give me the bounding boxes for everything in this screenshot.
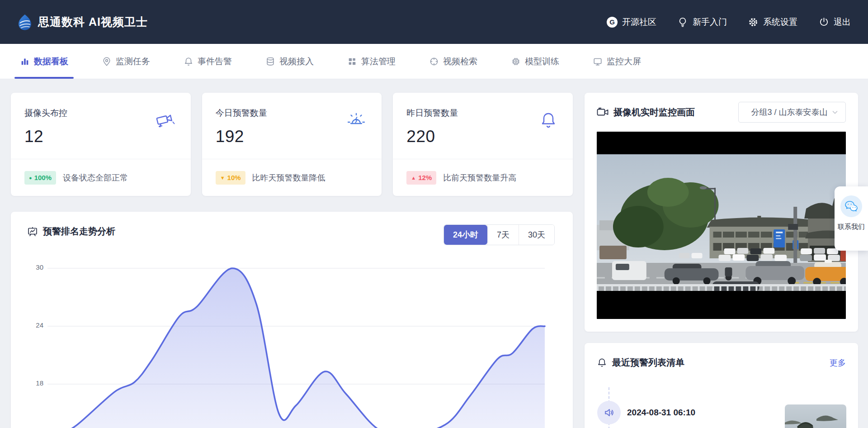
bell-icon [184, 57, 193, 67]
arrow-up-icon: ▲ [411, 175, 416, 181]
chevron-down-icon [831, 108, 839, 116]
stat-value: 192 [216, 127, 244, 146]
tab-monitor-tasks[interactable]: 监测任务 [102, 44, 150, 79]
wechat-icon [840, 195, 862, 217]
dot-icon: ● [29, 175, 32, 181]
grid-icon [347, 57, 357, 67]
stat-desc: 比昨天预警数量降低 [252, 172, 326, 183]
y-axis-tick: 18 [24, 379, 43, 387]
main-tabbar: 数据看板 监测任务 事件告警 视频接入 算 [0, 44, 868, 79]
top-navbar: 思通数科 AI视频卫士 G 开源社区 新手入门 系统设置 [0, 0, 868, 44]
stat-footer: ● 100% 设备状态全部正常 [24, 159, 182, 196]
stats-row: 摄像头布控 12 ● 100% 设备状态全部正常 今日预警数量 192 [11, 93, 573, 196]
stat-title: 摄像头布控 [24, 107, 67, 119]
nav-open-source-community[interactable]: G 开源社区 [607, 16, 656, 28]
stat-value: 220 [406, 127, 435, 146]
tab-monitor-wall[interactable]: 监控大屏 [593, 44, 641, 79]
app-title: 思通数科 AI视频卫士 [38, 14, 148, 29]
alert-thumbnail[interactable] [785, 404, 846, 428]
nav-beginner-guide[interactable]: 新手入门 [677, 16, 727, 28]
stat-desc: 比前天预警数量升高 [443, 172, 516, 183]
tab-model-training[interactable]: 模型训练 [511, 44, 559, 79]
range-segmented-control: 24小时 7天 30天 [443, 224, 555, 245]
gear-icon [748, 17, 759, 28]
status-badge: ● 100% [24, 171, 56, 185]
range-7d-button[interactable]: 7天 [487, 225, 519, 245]
location-pin-icon [102, 57, 112, 67]
arrow-down-icon: ▼ [220, 175, 225, 181]
alert-list-item[interactable]: 2024-08-31 06:10 [585, 401, 858, 428]
brand[interactable]: 思通数科 AI视频卫士 [18, 14, 148, 30]
y-axis-tick: 30 [24, 263, 43, 271]
contact-us-label: 联系我们 [837, 223, 866, 231]
trend-analysis-panel: 30 24 18 预警排名走势分析 24小时 7天 30天 [11, 212, 573, 428]
bulb-icon [677, 17, 688, 28]
nav-system-settings[interactable]: 系统设置 [748, 16, 797, 28]
power-icon [818, 17, 829, 28]
stat-card-cameras: 摄像头布控 12 ● 100% 设备状态全部正常 [11, 93, 191, 196]
nav-logout[interactable]: 退出 [818, 16, 851, 28]
range-24h-button[interactable]: 24小时 [444, 225, 487, 245]
live-video-player[interactable] [597, 132, 846, 319]
range-30d-button[interactable]: 30天 [519, 225, 554, 245]
stat-footer: ▲ 12% 比前天预警数量升高 [406, 159, 564, 196]
video-camera-icon [597, 107, 609, 117]
camera-panel-header: 摄像机实时监控画面 分组3 / 山东泰安泰山 [597, 93, 846, 132]
monitor-icon [593, 57, 603, 67]
bell-icon [539, 111, 557, 130]
alerts-panel-title: 最近预警列表清单 [597, 357, 684, 369]
stat-footer: ▼ 10% 比昨天预警数量降低 [216, 159, 373, 196]
trend-panel-title: 预警排名走势分析 [27, 225, 115, 238]
camera-panel-title: 摄像机实时监控画面 [597, 106, 695, 119]
alerts-panel-header: 最近预警列表清单 更多 [597, 357, 846, 369]
camera-group-select[interactable]: 分组3 / 山东泰安泰山 [738, 102, 846, 123]
stat-title: 今日预警数量 [216, 107, 267, 119]
contact-us-widget[interactable]: 联系我们 [835, 186, 868, 251]
video-camera-icon [155, 111, 175, 129]
speaker-icon [597, 401, 621, 424]
bell-icon [597, 357, 607, 368]
alert-timestamp: 2024-08-31 06:10 [627, 408, 695, 418]
camera-panel: 摄像机实时监控画面 分组3 / 山东泰安泰山 [585, 93, 858, 332]
tab-video-access[interactable]: 视频接入 [265, 44, 314, 79]
recent-alerts-panel: 最近预警列表清单 更多 2024-08-31 06:10 [585, 343, 858, 428]
stat-card-alerts-today: 今日预警数量 192 ▼ 10% 比昨天预警数量降低 [202, 93, 382, 196]
more-link[interactable]: 更多 [830, 357, 846, 368]
chip-icon [511, 57, 521, 67]
stat-desc: 设备状态全部正常 [63, 172, 128, 183]
tab-algorithm-mgmt[interactable]: 算法管理 [347, 44, 396, 79]
trend-up-badge: ▲ 12% [406, 171, 436, 185]
tab-dashboard[interactable]: 数据看板 [20, 44, 68, 79]
stat-card-alerts-yesterday: 昨日预警数量 220 ▲ 12% 比前天预警数量升高 [393, 93, 573, 196]
trend-down-badge: ▼ 10% [216, 171, 245, 185]
camera-group-value: 分组3 / 山东泰安泰山 [748, 107, 831, 118]
siren-icon [346, 111, 366, 130]
navbar-menu: G 开源社区 新手入门 系统设置 [607, 16, 851, 28]
live-video-frame [597, 132, 846, 319]
tab-video-search[interactable]: 视频检索 [429, 44, 477, 79]
database-icon [265, 57, 275, 67]
gitee-icon: G [607, 17, 618, 28]
target-icon [429, 57, 439, 67]
brand-logo-icon [18, 14, 32, 30]
y-axis-tick: 24 [24, 321, 43, 329]
bar-chart-icon [20, 57, 30, 67]
stat-title: 昨日预警数量 [406, 107, 458, 119]
presentation-chart-icon [27, 226, 38, 237]
stat-value: 12 [24, 127, 43, 146]
tab-event-alerts[interactable]: 事件告警 [184, 44, 232, 79]
